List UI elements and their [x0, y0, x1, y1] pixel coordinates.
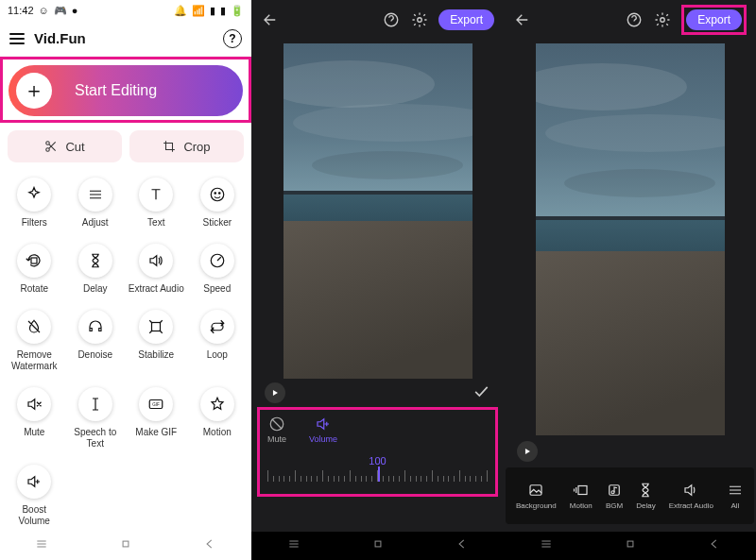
- svg-rect-5: [31, 258, 37, 263]
- export-button-mid[interactable]: Export: [438, 9, 494, 30]
- editor-header-mid: Export: [251, 0, 504, 40]
- tool-loop[interactable]: Loop: [187, 304, 249, 378]
- mute-icon: [26, 396, 43, 413]
- tool-filters[interactable]: Filters: [4, 172, 65, 234]
- video-preview-right[interactable]: [536, 43, 725, 435]
- nav-back[interactable]: [203, 537, 216, 554]
- drop-slash-icon: [26, 318, 43, 335]
- nav-home[interactable]: [624, 537, 637, 554]
- volume-slider[interactable]: 100: [267, 459, 488, 487]
- app-header: Vid.Fun ?: [0, 21, 251, 57]
- status-gamepad-icon: 🎮: [54, 5, 67, 17]
- play-button-right[interactable]: [517, 441, 538, 462]
- nav-recent[interactable]: [540, 537, 553, 554]
- volume-tab[interactable]: Volume: [309, 416, 337, 444]
- svg-point-16: [661, 18, 665, 23]
- tool-remove-watermark[interactable]: Remove Watermark: [4, 304, 65, 378]
- confirm-button-mid[interactable]: [472, 382, 490, 404]
- tool-denoise[interactable]: Denoise: [65, 304, 127, 378]
- nav-back[interactable]: [455, 537, 469, 554]
- export-highlight: Export: [681, 5, 747, 35]
- back-button-mid[interactable]: [261, 10, 280, 29]
- adjust-icon: [87, 186, 104, 203]
- tool-speech-to-text[interactable]: Speech to Text: [65, 382, 127, 455]
- back-button-right[interactable]: [513, 10, 532, 29]
- headphones-icon: [87, 318, 104, 335]
- text-icon: [147, 186, 164, 203]
- scissors-icon: [44, 140, 58, 153]
- tool-stabilize[interactable]: Stabilize: [126, 304, 187, 378]
- toolbar-bgm[interactable]: BGM: [606, 482, 623, 510]
- status-wifi-icon: 📶: [192, 5, 205, 17]
- svg-rect-17: [530, 485, 541, 496]
- tool-mute[interactable]: Mute: [4, 382, 65, 455]
- tool-speed[interactable]: Speed: [187, 238, 249, 300]
- svg-rect-7: [152, 323, 161, 331]
- editor-toolbar: Background Motion BGM Delay Extract Audi…: [506, 467, 754, 524]
- cut-button[interactable]: Cut: [8, 130, 122, 162]
- home-panel: 11:42 ☺ 🎮 ● 🔔 📶 ▮ ▮ 🔋 Vid.Fun ? ＋ Start …: [0, 0, 251, 560]
- nav-home[interactable]: [119, 537, 132, 554]
- quick-actions: Cut Crop: [0, 123, 251, 166]
- android-nav-mid: [251, 532, 504, 560]
- speaker-plus-icon: [315, 416, 332, 433]
- toolbar-all[interactable]: All: [727, 482, 744, 510]
- toolbar-delay[interactable]: Delay: [636, 482, 655, 510]
- help-icon-right[interactable]: [625, 10, 644, 29]
- speaker-icon: [147, 252, 164, 269]
- tool-sticker[interactable]: Sticker: [187, 172, 249, 234]
- status-bar: 11:42 ☺ 🎮 ● 🔔 📶 ▮ ▮ 🔋: [0, 0, 251, 21]
- volume-marker: [378, 467, 380, 482]
- music-icon: [606, 482, 623, 499]
- stabilize-icon: [147, 318, 164, 335]
- play-button-mid[interactable]: [265, 382, 285, 403]
- sticker-icon: [209, 186, 226, 203]
- crop-button[interactable]: Crop: [129, 130, 244, 162]
- nav-recent[interactable]: [287, 537, 301, 554]
- speaker-icon: [682, 482, 699, 499]
- svg-point-4: [218, 193, 220, 195]
- volume-value: 100: [369, 455, 386, 467]
- tool-text[interactable]: Text: [126, 172, 187, 234]
- help-icon[interactable]: ?: [223, 29, 242, 48]
- status-bell-icon: 🔔: [174, 5, 187, 17]
- svg-rect-14: [375, 541, 381, 547]
- nav-back[interactable]: [708, 537, 721, 554]
- export-button-right[interactable]: Export: [686, 9, 742, 30]
- start-editing-label: Start Editing: [75, 82, 157, 99]
- svg-point-1: [46, 148, 50, 152]
- image-icon: [527, 482, 544, 499]
- filters-icon: [26, 186, 43, 203]
- toolbar-motion[interactable]: Motion: [570, 482, 593, 510]
- tool-delay[interactable]: Delay: [65, 238, 127, 300]
- status-signal-icon: ▮: [210, 5, 215, 17]
- tool-adjust[interactable]: Adjust: [65, 172, 127, 234]
- nav-home[interactable]: [371, 537, 385, 554]
- menu-button[interactable]: [9, 33, 25, 44]
- tool-extract-audio[interactable]: Extract Audio: [126, 238, 187, 300]
- help-icon-mid[interactable]: [382, 10, 401, 29]
- crop-icon: [163, 140, 176, 153]
- start-editing-button[interactable]: ＋ Start Editing: [9, 65, 243, 116]
- android-nav-left: [0, 532, 251, 560]
- settings-icon-mid[interactable]: [410, 10, 429, 29]
- status-dot-icon: ●: [72, 5, 78, 16]
- nav-recent[interactable]: [35, 537, 48, 554]
- toolbar-background[interactable]: Background: [516, 482, 557, 510]
- svg-point-0: [46, 142, 50, 145]
- loop-icon: [209, 318, 226, 335]
- tool-motion[interactable]: Motion: [187, 382, 249, 455]
- video-preview-mid[interactable]: [284, 43, 472, 379]
- settings-icon-right[interactable]: [653, 10, 672, 29]
- tools-grid: Filters Adjust Text Sticker Rotate Delay…: [0, 166, 251, 538]
- tool-rotate[interactable]: Rotate: [4, 238, 65, 300]
- preview-controls-mid: [251, 379, 504, 407]
- toolbar-extract-audio[interactable]: Extract Audio: [669, 482, 713, 510]
- editor-panel-main: Export Background Motion BGM Delay Extra…: [504, 0, 756, 560]
- status-smile-icon: ☺: [39, 5, 49, 16]
- mute-tab[interactable]: Mute: [267, 416, 286, 444]
- svg-rect-21: [627, 541, 633, 547]
- tool-make-gif[interactable]: GIFMake GIF: [126, 382, 187, 455]
- plus-icon: ＋: [16, 73, 52, 109]
- tool-boost-volume[interactable]: Boost Volume: [4, 459, 65, 533]
